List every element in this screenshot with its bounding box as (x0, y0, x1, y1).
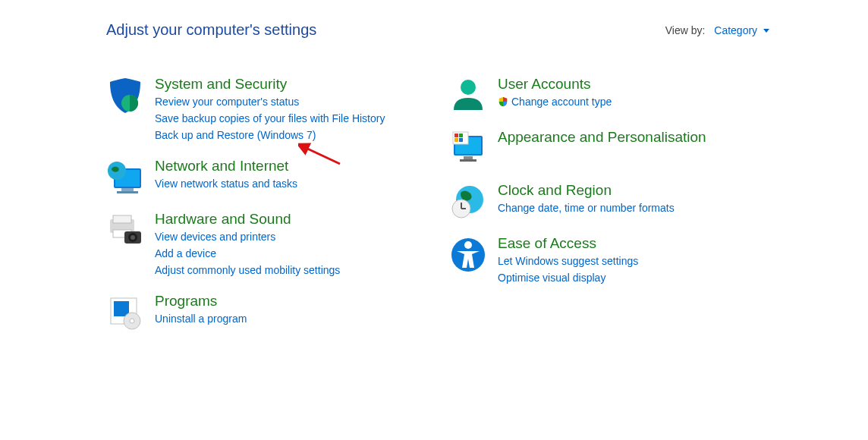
appearance-monitor-icon (449, 128, 498, 168)
category-title[interactable]: Hardware and Sound (155, 210, 426, 228)
svg-rect-19 (464, 156, 473, 159)
link-mobility-settings[interactable]: Adjust commonly used mobility settings (155, 262, 426, 278)
uac-shield-icon (498, 96, 508, 107)
category-title[interactable]: Clock and Region (498, 181, 769, 200)
network-globe-icon (106, 157, 155, 196)
link-add-device[interactable]: Add a device (155, 245, 426, 262)
category-user-accounts: User Accounts Change account type (449, 75, 769, 115)
category-title[interactable]: User Accounts (498, 75, 769, 93)
svg-rect-4 (117, 191, 138, 193)
svg-rect-23 (459, 134, 463, 137)
page-title: Adjust your computer's settings (106, 21, 316, 39)
category-title[interactable]: Ease of Access (498, 234, 769, 253)
link-date-time-formats[interactable]: Change date, time or number formats (498, 200, 769, 216)
category-ease-of-access: Ease of Access Let Windows suggest setti… (449, 234, 769, 286)
category-clock-region: Clock and Region Change date, time or nu… (449, 181, 769, 221)
category-system-and-security: System and Security Review your computer… (106, 75, 426, 143)
security-shield-icon (106, 75, 155, 143)
link-file-history[interactable]: Save backup copies of your files with Fi… (155, 110, 426, 127)
link-uninstall-program[interactable]: Uninstall a program (155, 310, 426, 327)
svg-rect-20 (460, 159, 476, 162)
link-devices-printers[interactable]: View devices and printers (155, 228, 426, 245)
programs-disc-icon (106, 292, 155, 332)
category-title[interactable]: Network and Internet (155, 157, 426, 175)
category-network-and-internet: Network and Internet View network status… (106, 157, 426, 196)
svg-point-31 (464, 241, 472, 249)
viewby-label: View by: (665, 24, 706, 36)
link-windows-suggest[interactable]: Let Windows suggest settings (498, 253, 769, 269)
category-hardware-and-sound: Hardware and Sound View devices and prin… (106, 210, 426, 278)
header: Adjust your computer's settings View by:… (106, 21, 769, 39)
link-network-status[interactable]: View network status and tasks (155, 175, 426, 192)
category-title[interactable]: Programs (155, 292, 426, 310)
link-optimise-display[interactable]: Optimise visual display (498, 269, 769, 286)
printer-camera-icon (106, 210, 155, 278)
user-accounts-icon (449, 75, 498, 115)
link-change-account-type[interactable]: Change account type (498, 93, 769, 110)
viewby-selector[interactable]: Category (714, 24, 769, 36)
link-review-status[interactable]: Review your computer's status (155, 93, 426, 110)
category-title[interactable]: System and Security (155, 75, 426, 93)
svg-point-15 (130, 319, 134, 323)
view-by-control: View by: Category (665, 24, 769, 36)
link-backup-restore[interactable]: Back up and Restore (Windows 7) (155, 127, 426, 143)
svg-point-11 (131, 235, 135, 240)
link-text: Change account type (511, 93, 612, 110)
svg-rect-22 (454, 134, 458, 137)
category-title[interactable]: Appearance and Personalisation (498, 128, 769, 146)
viewby-value: Category (714, 24, 757, 36)
chevron-down-icon (763, 29, 769, 33)
category-programs: Programs Uninstall a program (106, 292, 426, 332)
clock-globe-icon (449, 181, 498, 221)
svg-rect-24 (454, 138, 458, 142)
svg-rect-25 (459, 138, 463, 142)
svg-point-16 (461, 80, 476, 95)
svg-rect-7 (113, 215, 131, 223)
svg-rect-3 (121, 188, 134, 191)
ease-of-access-icon (449, 234, 498, 286)
category-appearance: Appearance and Personalisation (449, 128, 769, 168)
